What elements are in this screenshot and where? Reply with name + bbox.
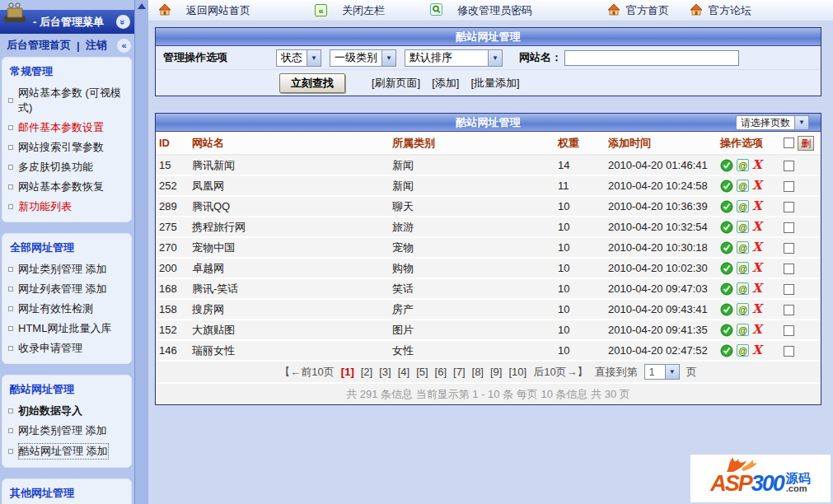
filter-select[interactable]: 默认排序▼: [405, 49, 503, 67]
approve-icon[interactable]: [720, 282, 733, 296]
row-checkbox[interactable]: [784, 161, 794, 171]
cell-weight: 14: [555, 155, 605, 175]
page-link[interactable]: [6]: [435, 366, 447, 378]
approve-icon[interactable]: [720, 344, 733, 357]
at-icon[interactable]: @: [737, 344, 749, 357]
sidebar-item[interactable]: 网站搜索引擎参数: [2, 138, 131, 157]
sidebar-item[interactable]: 网站基本参数 (可视模式): [2, 83, 131, 118]
approve-icon[interactable]: [720, 241, 733, 254]
delete-icon[interactable]: X: [752, 282, 762, 295]
page-link[interactable]: [3]: [379, 366, 391, 378]
admin-home-link[interactable]: 后台管理首页: [7, 38, 71, 53]
toolbar: 返回网站首页«关闭左栏修改管理员密码官方首页官方论坛: [148, 0, 833, 21]
at-icon[interactable]: @: [737, 303, 749, 315]
toolbar-item[interactable]: 修改管理员密码: [420, 0, 597, 21]
search-button[interactable]: 立刻查找: [279, 73, 345, 93]
delete-icon[interactable]: X: [752, 159, 762, 171]
toolbar-item[interactable]: «关闭左栏: [305, 0, 420, 21]
bullet-icon: [8, 125, 13, 130]
at-icon[interactable]: @: [737, 262, 749, 274]
jump-page-select[interactable]: 1▼: [644, 364, 680, 380]
approve-icon[interactable]: [720, 159, 733, 172]
filter-select[interactable]: 一级类别▼: [330, 49, 396, 67]
action-link[interactable]: [刷新页面]: [372, 76, 420, 91]
select-all-checkbox[interactable]: [784, 138, 794, 148]
at-icon[interactable]: @: [737, 221, 749, 233]
sidebar-item[interactable]: 收录申请管理: [2, 338, 131, 358]
scroll-up-icon[interactable]: [138, 3, 146, 9]
row-checkbox[interactable]: [784, 222, 794, 233]
row-checkbox[interactable]: [784, 264, 794, 274]
row-checkbox[interactable]: [784, 305, 794, 315]
page-link[interactable]: [8]: [472, 366, 484, 378]
page-link[interactable]: [10]: [508, 366, 526, 378]
at-icon[interactable]: @: [737, 241, 749, 254]
sidebar-item[interactable]: 网址类别管理 添加: [2, 259, 131, 279]
next-pages-link[interactable]: 后10页→】: [533, 365, 587, 380]
sidebar-item[interactable]: 多皮肤切换功能: [2, 157, 131, 177]
toolbar-item[interactable]: 官方论坛: [680, 0, 762, 21]
delete-icon[interactable]: X: [752, 303, 762, 315]
filter-panel-title: 酷站网址管理: [156, 28, 821, 46]
page-count-select[interactable]: 请选择页数 ▼: [736, 115, 809, 130]
approve-icon[interactable]: [720, 200, 733, 213]
collapse-sidebar-icon[interactable]: «: [117, 39, 131, 53]
sidebar-item[interactable]: 初始数据导入: [2, 401, 131, 421]
page-link[interactable]: [2]: [361, 366, 372, 378]
page-link[interactable]: [7]: [453, 366, 465, 378]
at-icon[interactable]: @: [737, 159, 749, 171]
approve-icon[interactable]: [720, 262, 733, 275]
page-link[interactable]: [5]: [416, 366, 428, 378]
delete-icon[interactable]: X: [752, 221, 762, 233]
action-link[interactable]: [批量添加]: [470, 76, 519, 91]
approve-icon[interactable]: [720, 303, 733, 316]
sidebar-item[interactable]: HTML网址批量入库: [2, 319, 131, 338]
logout-link[interactable]: 注销: [86, 38, 107, 53]
sidebar: - 后台管理菜单 » 后台管理首页 | 注销 « 常规管理网站基本参数 (可视模…: [0, 0, 134, 504]
row-checkbox[interactable]: [784, 202, 794, 212]
sidebar-item[interactable]: 网址列表管理 添加: [2, 279, 131, 299]
chevron-down-icon[interactable]: »: [116, 15, 130, 29]
row-checkbox[interactable]: [784, 181, 794, 192]
action-link[interactable]: [添加]: [432, 76, 459, 91]
cell-id: 200: [156, 258, 189, 278]
delete-icon[interactable]: X: [752, 241, 762, 254]
sidebar-item[interactable]: 邮件基本参数设置: [2, 118, 131, 138]
page-link[interactable]: [1]: [341, 366, 354, 378]
sidebar-item[interactable]: 网址类别管理 添加: [2, 421, 131, 441]
sidebar-item[interactable]: 网站基本参数恢复: [2, 177, 131, 197]
row-checkbox[interactable]: [784, 284, 794, 295]
cell-name: 卓越网: [189, 258, 389, 278]
at-icon[interactable]: @: [737, 200, 749, 212]
row-checkbox[interactable]: [784, 243, 794, 254]
page-link[interactable]: [9]: [490, 366, 502, 378]
at-icon[interactable]: @: [737, 282, 749, 295]
delete-icon[interactable]: X: [752, 262, 762, 274]
sidebar-splitter[interactable]: [134, 0, 148, 504]
page-link[interactable]: [4]: [398, 366, 409, 378]
cell-name: 搜房网: [189, 299, 389, 320]
toolbar-item[interactable]: 返回网站首页: [148, 0, 305, 21]
cell-select: [780, 217, 821, 237]
delete-icon[interactable]: X: [752, 324, 762, 336]
delete-icon[interactable]: X: [752, 344, 762, 357]
filter-select[interactable]: 状态▼: [276, 49, 321, 67]
at-icon[interactable]: @: [737, 180, 749, 192]
row-checkbox[interactable]: [784, 346, 794, 357]
delete-button[interactable]: 删: [798, 136, 814, 151]
delete-icon[interactable]: X: [752, 200, 762, 212]
approve-icon[interactable]: [720, 180, 733, 193]
approve-icon[interactable]: [720, 221, 733, 234]
sidebar-item[interactable]: 酷站网址管理 添加: [2, 441, 131, 462]
sidebar-item[interactable]: 网址有效性检测: [2, 299, 131, 319]
sidebar-item[interactable]: 新功能列表: [2, 197, 131, 217]
at-icon[interactable]: @: [737, 324, 749, 336]
site-name-input[interactable]: [564, 50, 739, 66]
cell-weight: 10: [555, 340, 605, 361]
delete-icon[interactable]: X: [752, 180, 762, 192]
toolbar-item[interactable]: 官方首页: [597, 0, 680, 21]
sidebar-sections: 常规管理网站基本参数 (可视模式)邮件基本参数设置网站搜索引擎参数多皮肤切换功能…: [0, 57, 134, 504]
approve-icon[interactable]: [720, 324, 733, 337]
row-checkbox[interactable]: [784, 325, 794, 336]
prev-pages-link[interactable]: 【←前10页: [279, 365, 334, 380]
